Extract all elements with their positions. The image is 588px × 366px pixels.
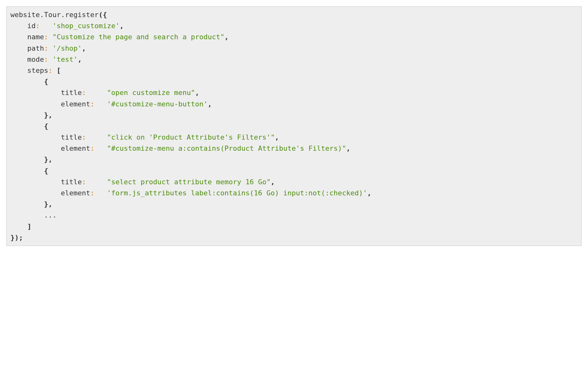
- code-line-8: title: "open customize menu",: [10, 89, 199, 97]
- token: ,: [78, 55, 82, 63]
- token: });: [10, 234, 23, 242]
- token: ,: [82, 44, 86, 52]
- code-line-4: path: '/shop',: [10, 44, 86, 52]
- token: ,: [271, 178, 275, 186]
- code-line-6: steps: [: [10, 66, 61, 74]
- code-line-9: element: '#customize-menu-button',: [10, 100, 212, 108]
- token-colon: :: [44, 55, 48, 63]
- code-line-10: },: [10, 111, 52, 119]
- token-string: '/shop': [52, 44, 82, 52]
- code-line-18: },: [10, 200, 52, 208]
- token-key: steps: [27, 66, 48, 74]
- token-colon: :: [90, 189, 94, 197]
- token: website: [10, 11, 40, 19]
- token: {: [44, 122, 48, 130]
- token: .: [61, 11, 65, 19]
- token-colon: :: [82, 133, 86, 141]
- token-key: title: [61, 178, 82, 186]
- token-string: "open customize menu": [107, 89, 195, 97]
- token: ,: [275, 133, 279, 141]
- token: {: [44, 78, 48, 85]
- token: ,: [346, 144, 350, 152]
- code-line-21: });: [10, 234, 23, 242]
- code-line-12: title: "click on 'Product Attribute's Fi…: [10, 133, 279, 141]
- token: ,: [225, 33, 229, 41]
- code-line-14: },: [10, 155, 52, 163]
- token-key: id: [27, 22, 36, 30]
- code-line-11: {: [10, 122, 48, 130]
- token-string: "select product attribute memory 16 Go": [107, 178, 271, 186]
- token-string: "#customize-menu a:contains(Product Attr…: [107, 144, 346, 152]
- token-colon: :: [44, 33, 48, 41]
- token-key: element: [61, 100, 90, 108]
- token: Tour: [44, 11, 61, 19]
- token-key: element: [61, 144, 90, 152]
- token: ({: [99, 11, 107, 19]
- token-key: path: [27, 44, 44, 52]
- token: },: [44, 111, 53, 119]
- token: ]: [27, 223, 31, 230]
- token: },: [44, 200, 53, 208]
- code-line-19: ...: [10, 211, 57, 219]
- code-line-20: ]: [10, 223, 31, 230]
- token: {: [44, 167, 48, 175]
- code-line-13: element: "#customize-menu a:contains(Pro…: [10, 144, 350, 152]
- token: ,: [367, 189, 371, 197]
- token: ,: [208, 100, 212, 108]
- code-line-2: id: 'shop_customize',: [10, 22, 124, 30]
- token-key: mode: [27, 55, 44, 63]
- token-string: 'shop_customize': [52, 22, 119, 30]
- code-line-7: {: [10, 78, 48, 85]
- token-string: 'form.js_attributes label:contains(16 Go…: [107, 189, 367, 197]
- token-colon: :: [90, 144, 94, 152]
- code-line-1: website.Tour.register({: [10, 11, 107, 19]
- token: ...: [44, 211, 57, 219]
- token-string: "click on 'Product Attribute's Filters'": [107, 133, 275, 141]
- token: ,: [195, 89, 199, 97]
- token-colon: :: [48, 66, 52, 74]
- code-line-15: {: [10, 167, 48, 175]
- token: register: [65, 11, 99, 19]
- code-snippet: website.Tour.register({ id: 'shop_custom…: [6, 6, 582, 246]
- token: },: [44, 155, 53, 163]
- token-string: "Customize the page and search a product…: [52, 33, 224, 41]
- token-colon: :: [44, 44, 48, 52]
- token-colon: :: [35, 22, 40, 30]
- code-line-5: mode: 'test',: [10, 55, 82, 63]
- token-colon: :: [82, 178, 86, 186]
- token-string: 'test': [52, 55, 77, 63]
- code-line-16: title: "select product attribute memory …: [10, 178, 275, 186]
- token-key: element: [61, 189, 90, 197]
- token-string: '#customize-menu-button': [107, 100, 208, 108]
- token-key: title: [61, 89, 82, 97]
- token: .: [40, 11, 44, 19]
- code-line-3: name: "Customize the page and search a p…: [10, 33, 229, 41]
- code-line-17: element: 'form.js_attributes label:conta…: [10, 189, 371, 197]
- token-colon: :: [82, 89, 86, 97]
- token: ,: [119, 22, 124, 30]
- token: [: [52, 66, 61, 74]
- token-key: title: [61, 133, 82, 141]
- token-colon: :: [90, 100, 94, 108]
- token-key: name: [27, 33, 44, 41]
